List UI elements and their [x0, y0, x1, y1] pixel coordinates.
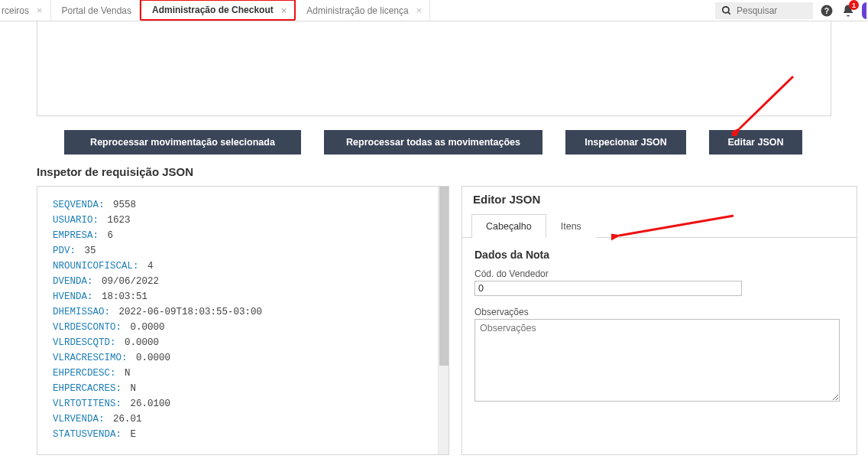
close-icon[interactable]: ×	[416, 5, 423, 15]
tab-admin-checkout[interactable]: Administração de Checkout ×	[140, 0, 296, 21]
svg-point-0	[723, 7, 729, 13]
reprocess-all-button[interactable]: Reprocessar todas as movimentações	[324, 130, 542, 155]
json-line: HVENDA: 18:03:51	[53, 289, 430, 304]
scrollbar[interactable]	[438, 187, 449, 454]
json-lines: SEQVENDA: 9558USUARIO: 1623EMPRESA: 6PDV…	[37, 187, 438, 454]
editor-tabs: Cabeçalho Itens	[462, 213, 857, 238]
tab-terceiros[interactable]: rceiros ×	[0, 0, 51, 21]
tab-admin-licenca[interactable]: Administração de licença ×	[296, 0, 430, 21]
app-tabbar: rceiros × Portal de Vendas Administração…	[0, 0, 868, 21]
json-editor-panel: Editor JSON Cabeçalho Itens Dados da Not…	[462, 186, 857, 455]
json-line: VLRDESCONTO: 0.0000	[53, 320, 430, 335]
json-line: EMPRESA: 6	[53, 228, 430, 243]
json-line: EHPERCDESC: N	[53, 366, 430, 381]
close-icon[interactable]: ×	[37, 5, 43, 15]
json-line: VLRTOTITENS: 26.0100	[53, 396, 430, 412]
tab-label: Administração de Checkout	[152, 5, 274, 15]
topbar-right: ? 1	[715, 0, 868, 21]
json-line: DHEMISSAO: 2022-06-09T18:03:55-03:00	[53, 304, 430, 320]
json-line: VLRACRESCIMO: 0.0000	[53, 350, 430, 366]
json-line: VLRDESCQTD: 0.0000	[53, 335, 430, 350]
json-line: SEQVENDA: 9558	[53, 197, 430, 213]
json-line: USUARIO: 1623	[53, 213, 430, 228]
editor-title: Editor JSON	[462, 187, 857, 213]
svg-line-1	[728, 12, 730, 15]
editor-body: Dados da Nota Cód. do Vendedor Observaçõ…	[462, 238, 857, 454]
svg-text:?: ?	[824, 6, 829, 15]
avatar[interactable]	[862, 2, 866, 19]
notification-count-badge: 1	[849, 0, 859, 10]
page-content: Reprocessar movimentação selecionada Rep…	[0, 21, 868, 455]
search-icon	[721, 5, 732, 16]
tab-portal-vendas[interactable]: Portal de Vendas	[51, 0, 140, 21]
vendor-code-label: Cód. do Vendedor	[474, 268, 844, 279]
tab-cabecalho[interactable]: Cabeçalho	[471, 214, 546, 238]
reprocess-selected-button[interactable]: Reprocessar movimentação selecionada	[64, 130, 301, 155]
json-line: STATUSVENDA: E	[53, 427, 430, 442]
json-line: DVENDA: 09/06/2022	[53, 274, 430, 289]
json-inspector-panel: SEQVENDA: 9558USUARIO: 1623EMPRESA: 6PDV…	[37, 186, 449, 455]
dados-nota-title: Dados da Nota	[474, 249, 844, 261]
tab-label: rceiros	[2, 5, 29, 16]
json-line: VLRVENDA: 26.01	[53, 412, 430, 427]
inspector-title: Inspetor de requisição JSON	[37, 165, 868, 178]
json-line: PDV: 35	[53, 243, 430, 259]
edit-json-button[interactable]: Editar JSON	[709, 130, 802, 155]
help-icon[interactable]: ?	[819, 3, 834, 18]
tab-label: Administração de licença	[306, 5, 408, 16]
scrollbar-thumb[interactable]	[439, 187, 449, 366]
observacoes-textarea[interactable]	[474, 319, 840, 402]
json-line: EHPERCACRES: N	[53, 381, 430, 396]
json-line: NROUNICOFISCAL: 4	[53, 259, 430, 274]
close-icon[interactable]: ×	[281, 5, 287, 15]
tab-itens[interactable]: Itens	[546, 214, 596, 238]
notifications-button[interactable]: 1	[840, 3, 856, 18]
inspect-json-button[interactable]: Inspecionar JSON	[565, 130, 686, 155]
upper-panel	[37, 21, 831, 116]
tab-label: Portal de Vendas	[62, 5, 131, 16]
search-input[interactable]	[737, 5, 805, 16]
action-button-row: Reprocessar movimentação selecionada Rep…	[64, 130, 831, 155]
vendor-code-input[interactable]	[474, 281, 742, 296]
global-search[interactable]	[715, 2, 813, 19]
observacoes-label: Observações	[474, 307, 844, 317]
